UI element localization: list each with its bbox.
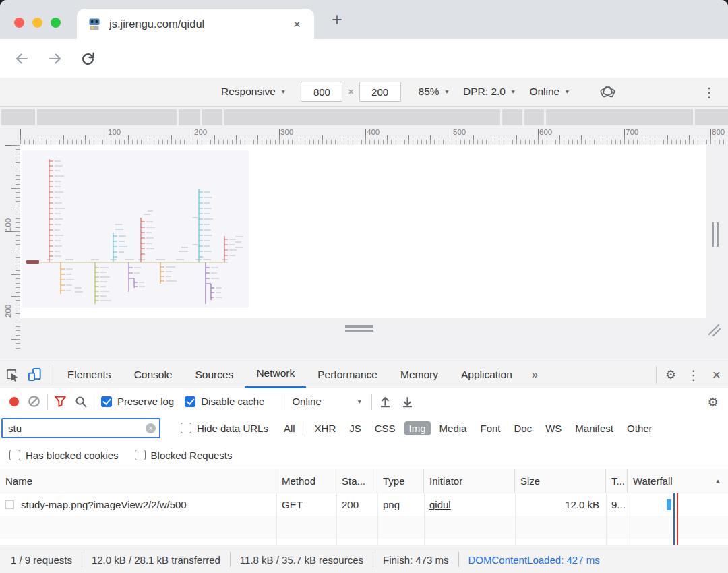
device-mode-select[interactable]: Responsive ▼ [221, 86, 286, 98]
filter-type-img[interactable]: Img [404, 421, 431, 435]
column-header-status[interactable]: Sta... [336, 469, 377, 493]
reload-icon[interactable] [80, 51, 96, 67]
column-header-method[interactable]: Method [276, 469, 336, 493]
search-icon[interactable] [75, 396, 87, 408]
empty-row-stripe [0, 516, 728, 539]
filter-type-all[interactable]: All [279, 421, 300, 435]
import-har-icon[interactable] [379, 395, 392, 408]
media-query-segment[interactable] [502, 109, 522, 125]
network-throttling-select[interactable]: Online ▼ [292, 396, 362, 407]
filter-type-ws[interactable]: WS [541, 421, 566, 435]
tab-application[interactable]: Application [450, 361, 524, 388]
hide-data-urls-checkbox[interactable]: Hide data URLs [181, 423, 268, 434]
viewport-width-input[interactable] [301, 82, 342, 102]
filter-type-other[interactable]: Other [622, 421, 657, 435]
table-row[interactable]: study-map.png?imageView2/2/w/500 GET 200… [0, 493, 728, 516]
request-type-cell[interactable]: png [377, 499, 424, 510]
devtools-close-icon[interactable]: × [705, 361, 728, 388]
column-header-time[interactable]: T... [606, 469, 628, 493]
tab-console[interactable]: Console [123, 361, 184, 388]
tab-close-icon[interactable]: × [291, 17, 303, 32]
devtools-menu-kebab-icon[interactable]: ⋮ [682, 361, 705, 388]
tab-sources[interactable]: Sources [184, 361, 245, 388]
window-minimize-button[interactable] [32, 18, 42, 28]
browser-tab[interactable]: js.jirengu.com/qidul × [77, 9, 314, 39]
column-header-type[interactable]: Type [377, 469, 424, 493]
filter-type-media[interactable]: Media [435, 421, 472, 435]
column-header-size[interactable]: Size [515, 469, 606, 493]
clear-filter-icon[interactable]: × [146, 423, 156, 433]
filter-type-manifest[interactable]: Manifest [570, 421, 618, 435]
toolbar-divider [49, 366, 49, 384]
viewport-resize-handle-bottom[interactable] [345, 325, 373, 332]
viewport-resize-handle-right[interactable] [712, 222, 719, 247]
viewport-height-input[interactable] [359, 82, 401, 102]
network-throttle-select[interactable]: Online ▼ [529, 86, 570, 98]
devtools-settings-gear-icon[interactable]: ⚙ [659, 361, 682, 388]
clear-network-log-icon[interactable] [28, 395, 40, 408]
request-status-cell[interactable]: 200 [336, 499, 377, 510]
disable-cache-checkbox[interactable]: Disable cache [185, 396, 264, 407]
sort-ascending-icon[interactable]: ▲ [715, 469, 721, 493]
media-query-segment[interactable] [37, 109, 177, 125]
tab-performance[interactable]: Performance [306, 361, 389, 388]
tab-elements[interactable]: Elements [56, 361, 123, 388]
column-header-name[interactable]: Name [0, 469, 276, 493]
inspect-element-icon[interactable] [0, 361, 23, 388]
tab-network[interactable]: Network [245, 361, 306, 388]
record-network-log-icon[interactable] [9, 397, 19, 406]
viewport-resize-handle-corner[interactable] [705, 321, 723, 338]
back-icon[interactable] [13, 51, 30, 67]
checkbox-unchecked-icon[interactable] [135, 450, 146, 460]
toolbar-divider [94, 394, 94, 410]
media-query-segment[interactable] [1, 109, 35, 125]
filter-type-font[interactable]: Font [475, 421, 505, 435]
device-emulation-toolbar: Responsive ▼ × 85% ▼ DPR: 2.0 ▼ Online ▼ [0, 78, 728, 107]
filter-type-css[interactable]: CSS [370, 421, 400, 435]
device-viewport[interactable] [20, 145, 706, 318]
request-name-cell[interactable]: study-map.png?imageView2/2/w/500 [0, 499, 276, 510]
request-initiator-cell[interactable]: qidul [424, 499, 515, 510]
has-blocked-cookies-checkbox[interactable]: Has blocked cookies [9, 450, 119, 461]
checkbox-checked-icon[interactable] [101, 396, 112, 407]
request-method-cell[interactable]: GET [276, 499, 336, 510]
preserve-log-checkbox[interactable]: Preserve log [101, 396, 174, 407]
toggle-device-toolbar-icon[interactable] [23, 361, 46, 388]
more-tabs-icon[interactable]: » [524, 361, 546, 388]
checkbox-unchecked-icon[interactable] [9, 450, 20, 460]
filter-funnel-icon[interactable] [55, 396, 66, 407]
forward-icon[interactable] [47, 51, 63, 67]
request-time-cell[interactable]: 9... [606, 499, 628, 510]
filter-type-xhr[interactable]: XHR [310, 421, 341, 435]
column-header-initiator[interactable]: Initiator [424, 469, 515, 493]
window-close-button[interactable] [14, 18, 24, 28]
rotate-device-icon[interactable] [599, 83, 616, 100]
media-query-segment[interactable] [546, 109, 693, 125]
new-tab-button[interactable]: + [332, 9, 342, 30]
dpr-select[interactable]: DPR: 2.0 ▼ [463, 86, 516, 98]
blocked-requests-checkbox[interactable]: Blocked Requests [135, 450, 233, 461]
toolbar-divider [47, 394, 48, 410]
waterfall-request-bar[interactable] [667, 499, 671, 510]
window-zoom-button[interactable] [51, 18, 61, 28]
blocked-filters-bar: Has blocked cookies Blocked Requests [0, 442, 728, 469]
media-query-segment[interactable] [179, 109, 200, 125]
media-query-segment[interactable] [524, 109, 544, 125]
initiator-link[interactable]: qidul [429, 499, 451, 510]
zoom-select[interactable]: 85% ▼ [419, 86, 450, 98]
filter-type-doc[interactable]: Doc [509, 421, 537, 435]
checkbox-checked-icon[interactable] [185, 396, 195, 407]
tab-memory[interactable]: Memory [389, 361, 450, 388]
filter-input[interactable] [1, 418, 160, 438]
filter-type-js[interactable]: JS [344, 421, 366, 435]
network-settings-gear-icon[interactable]: ⚙ [708, 395, 719, 410]
column-header-waterfall[interactable]: Waterfall ▲ [628, 469, 728, 493]
checkbox-unchecked-icon[interactable] [181, 423, 191, 433]
resources-size: 11.8 kB / 35.7 kB resources [231, 554, 373, 566]
media-query-segment[interactable] [202, 109, 222, 125]
request-size-cell[interactable]: 12.0 kB [515, 499, 606, 510]
device-toolbar-kebab-icon[interactable]: ⋮ [702, 86, 716, 99]
media-query-segment[interactable] [224, 109, 500, 125]
export-har-icon[interactable] [401, 395, 414, 408]
media-query-segment[interactable] [695, 109, 728, 125]
